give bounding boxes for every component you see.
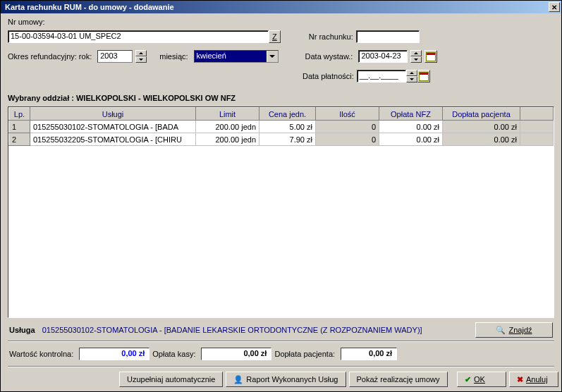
year-spinner[interactable] — [135, 50, 147, 63]
patient-pay-label: Dopłata pacjenta: — [274, 350, 335, 358]
person-icon: 👤 — [233, 375, 243, 384]
control-value: 0,00 zł — [79, 348, 149, 360]
col-qty[interactable]: Ilość — [316, 108, 379, 121]
grid[interactable]: Lp. Usługi Limit Cena jedn. Ilość Opłata… — [8, 106, 554, 318]
content: Nr umowy: 15-00-03594-03-01 UM_SPEC2 Z N… — [1, 13, 561, 392]
pay-date-spinner[interactable] — [406, 70, 417, 82]
issue-date-input[interactable]: 2003-04-23 — [358, 50, 408, 63]
service-link: 015255030102-STOMATOLOGIA - [BADANIE LEK… — [42, 326, 475, 334]
window-title: Karta rachunku RUM - do umowy - dodawani… — [2, 3, 549, 11]
cancel-button[interactable]: ✖ Anuluj — [509, 372, 558, 387]
report-button[interactable]: 👤 Raport Wykonanych Usług — [226, 372, 346, 387]
col-patient[interactable]: Dopłata pacjenta — [443, 108, 520, 121]
col-services[interactable]: Usługi — [30, 108, 196, 121]
x-icon: ✖ — [517, 375, 523, 384]
col-nfz[interactable]: Opłata NFZ — [379, 108, 443, 121]
service-label: Usługa — [9, 326, 35, 334]
z-button[interactable]: Z — [269, 30, 281, 43]
cash-label: Opłata kasy: — [152, 350, 195, 358]
titlebar: Karta rachunku RUM - do umowy - dodawani… — [1, 1, 561, 13]
account-input[interactable] — [356, 30, 420, 43]
window: Karta rachunku RUM - do umowy - dodawani… — [0, 0, 562, 392]
issue-date-spinner[interactable] — [410, 50, 422, 63]
auto-fill-button[interactable]: Uzupełniaj automatycznie — [119, 372, 223, 387]
month-label: miesiąc: — [159, 52, 188, 61]
month-select[interactable]: kwiecień — [194, 50, 279, 63]
col-spare — [520, 108, 554, 121]
table-row[interactable]: 2015255032205-STOMATOLOGIA - [CHIRU200.0… — [9, 133, 554, 146]
col-price[interactable]: Cena jedn. — [259, 108, 316, 121]
pay-date-input[interactable]: __.__.____ — [357, 70, 406, 82]
table-row[interactable]: 1015255030102-STOMATOLOGIA - [BADA200.00… — [9, 121, 554, 133]
ok-button[interactable]: ✔ OK — [457, 372, 506, 387]
issue-date-label: Data wystaw.: — [305, 52, 353, 61]
zoom-icon: 🔍 — [496, 326, 506, 335]
contract-label: Nr umowy: — [8, 18, 45, 26]
close-icon[interactable]: ✕ — [549, 2, 560, 12]
control-label: Wartość kontrolna: — [9, 350, 73, 358]
calendar-icon[interactable] — [424, 50, 437, 63]
account-label: Nr rachunku: — [309, 32, 353, 41]
year-field[interactable]: 2003 — [97, 50, 133, 63]
chevron-down-icon[interactable] — [267, 51, 278, 62]
cash-value: 0,00 zł — [201, 348, 271, 360]
patient-pay-value: 0,00 zł — [341, 348, 397, 360]
contract-input[interactable]: 15-00-03594-03-01 UM_SPEC2 — [8, 30, 269, 43]
col-lp[interactable]: Lp. — [9, 108, 30, 121]
refund-label: Okres refundacyjny: rok: — [8, 52, 92, 61]
find-button[interactable]: 🔍 Znajdź — [475, 322, 553, 338]
check-icon: ✔ — [465, 375, 471, 384]
branch-text: Wybrany oddział : WIELKOPOLSKI - WIELKOP… — [4, 90, 558, 106]
pay-date-label: Data płatności: — [303, 72, 354, 80]
show-realization-button[interactable]: Pokaż realizację umowy — [349, 372, 448, 387]
col-limit[interactable]: Limit — [196, 108, 259, 121]
calendar-icon[interactable] — [417, 70, 430, 82]
